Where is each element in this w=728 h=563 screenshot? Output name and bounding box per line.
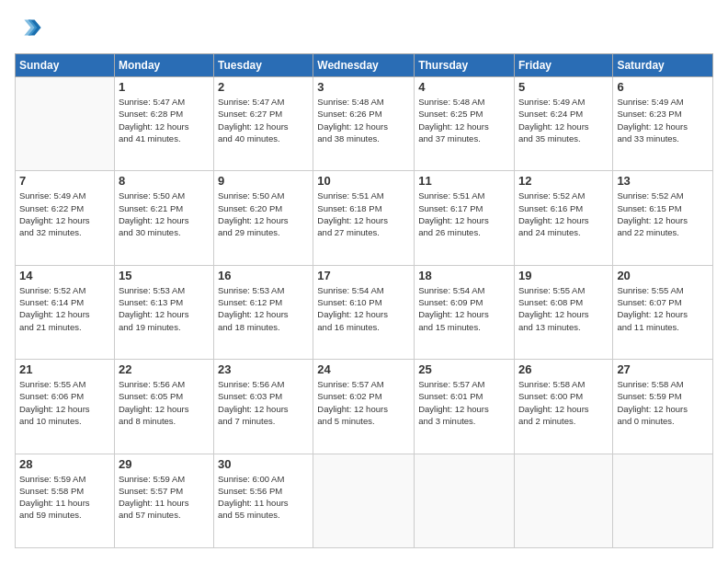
weekday-header-friday: Friday <box>514 54 612 77</box>
day-cell: 22Sunrise: 5:56 AM Sunset: 6:05 PM Dayli… <box>114 360 213 454</box>
day-cell: 4Sunrise: 5:48 AM Sunset: 6:25 PM Daylig… <box>415 77 515 171</box>
day-number: 27 <box>617 362 709 376</box>
day-info: Sunrise: 5:57 AM Sunset: 6:02 PM Dayligh… <box>317 378 410 427</box>
day-cell: 30Sunrise: 6:00 AM Sunset: 5:56 PM Dayli… <box>214 454 313 547</box>
calendar: SundayMondayTuesdayWednesdayThursdayFrid… <box>15 53 713 548</box>
day-number: 3 <box>317 80 410 94</box>
day-number: 18 <box>418 269 510 282</box>
day-info: Sunrise: 5:52 AM Sunset: 6:15 PM Dayligh… <box>617 190 709 238</box>
day-cell: 3Sunrise: 5:48 AM Sunset: 6:26 PM Daylig… <box>313 77 415 171</box>
day-info: Sunrise: 5:49 AM Sunset: 6:22 PM Dayligh… <box>19 190 110 238</box>
day-number: 4 <box>418 80 510 94</box>
day-number: 24 <box>317 362 410 376</box>
weekday-header-saturday: Saturday <box>613 54 713 77</box>
day-cell: 15Sunrise: 5:53 AM Sunset: 6:13 PM Dayli… <box>114 265 213 359</box>
day-cell <box>514 454 612 547</box>
day-cell: 26Sunrise: 5:58 AM Sunset: 6:00 PM Dayli… <box>514 360 612 454</box>
day-info: Sunrise: 5:53 AM Sunset: 6:12 PM Dayligh… <box>218 284 309 333</box>
day-cell <box>415 454 515 547</box>
weekday-header-thursday: Thursday <box>415 54 515 77</box>
day-cell: 24Sunrise: 5:57 AM Sunset: 6:02 PM Dayli… <box>313 360 415 454</box>
day-cell: 5Sunrise: 5:49 AM Sunset: 6:24 PM Daylig… <box>514 77 612 171</box>
header <box>15 15 713 44</box>
day-info: Sunrise: 5:57 AM Sunset: 6:01 PM Dayligh… <box>418 378 510 427</box>
day-info: Sunrise: 5:51 AM Sunset: 6:17 PM Dayligh… <box>418 190 510 238</box>
week-row-3: 14Sunrise: 5:52 AM Sunset: 6:14 PM Dayli… <box>16 265 713 359</box>
day-cell: 14Sunrise: 5:52 AM Sunset: 6:14 PM Dayli… <box>16 265 115 359</box>
day-info: Sunrise: 5:54 AM Sunset: 6:10 PM Dayligh… <box>317 284 410 333</box>
day-info: Sunrise: 5:49 AM Sunset: 6:24 PM Dayligh… <box>518 96 609 144</box>
day-cell: 12Sunrise: 5:52 AM Sunset: 6:16 PM Dayli… <box>514 171 612 265</box>
week-row-1: 1Sunrise: 5:47 AM Sunset: 6:28 PM Daylig… <box>16 77 713 171</box>
day-cell: 27Sunrise: 5:58 AM Sunset: 5:59 PM Dayli… <box>613 360 713 454</box>
day-cell: 20Sunrise: 5:55 AM Sunset: 6:07 PM Dayli… <box>613 265 713 359</box>
day-number: 23 <box>218 362 309 376</box>
day-number: 28 <box>19 457 110 471</box>
day-number: 8 <box>119 174 210 188</box>
day-info: Sunrise: 5:52 AM Sunset: 6:14 PM Dayligh… <box>19 284 110 333</box>
day-number: 26 <box>518 362 609 376</box>
day-info: Sunrise: 5:47 AM Sunset: 6:27 PM Dayligh… <box>218 96 309 144</box>
day-cell: 29Sunrise: 5:59 AM Sunset: 5:57 PM Dayli… <box>114 454 213 547</box>
day-cell: 18Sunrise: 5:54 AM Sunset: 6:09 PM Dayli… <box>415 265 515 359</box>
day-cell: 7Sunrise: 5:49 AM Sunset: 6:22 PM Daylig… <box>16 171 115 265</box>
logo-icon <box>17 15 42 40</box>
day-info: Sunrise: 5:53 AM Sunset: 6:13 PM Dayligh… <box>119 284 210 333</box>
day-info: Sunrise: 5:56 AM Sunset: 6:03 PM Dayligh… <box>218 378 309 427</box>
day-number: 11 <box>418 174 510 188</box>
day-number: 12 <box>518 174 609 188</box>
day-cell: 6Sunrise: 5:49 AM Sunset: 6:23 PM Daylig… <box>613 77 713 171</box>
day-cell <box>613 454 713 547</box>
day-number: 19 <box>518 269 609 282</box>
day-number: 5 <box>518 80 609 94</box>
day-info: Sunrise: 5:48 AM Sunset: 6:26 PM Dayligh… <box>317 96 410 144</box>
day-number: 6 <box>617 80 709 94</box>
day-cell: 2Sunrise: 5:47 AM Sunset: 6:27 PM Daylig… <box>214 77 313 171</box>
day-number: 21 <box>19 362 110 376</box>
day-number: 20 <box>617 269 709 282</box>
day-number: 16 <box>218 269 309 282</box>
weekday-header-tuesday: Tuesday <box>214 54 313 77</box>
day-cell: 8Sunrise: 5:50 AM Sunset: 6:21 PM Daylig… <box>114 171 213 265</box>
day-number: 29 <box>119 457 210 471</box>
day-cell: 17Sunrise: 5:54 AM Sunset: 6:10 PM Dayli… <box>313 265 415 359</box>
day-number: 14 <box>19 269 110 282</box>
day-info: Sunrise: 5:59 AM Sunset: 5:58 PM Dayligh… <box>19 473 110 522</box>
day-info: Sunrise: 5:50 AM Sunset: 6:21 PM Dayligh… <box>119 190 210 238</box>
logo <box>15 15 42 44</box>
day-cell: 10Sunrise: 5:51 AM Sunset: 6:18 PM Dayli… <box>313 171 415 265</box>
day-number: 10 <box>317 174 410 188</box>
day-info: Sunrise: 5:47 AM Sunset: 6:28 PM Dayligh… <box>119 96 210 144</box>
day-info: Sunrise: 5:56 AM Sunset: 6:05 PM Dayligh… <box>119 378 210 427</box>
day-cell <box>16 77 115 171</box>
day-cell: 25Sunrise: 5:57 AM Sunset: 6:01 PM Dayli… <box>415 360 515 454</box>
day-info: Sunrise: 5:54 AM Sunset: 6:09 PM Dayligh… <box>418 284 510 333</box>
day-number: 17 <box>317 269 410 282</box>
day-info: Sunrise: 5:59 AM Sunset: 5:57 PM Dayligh… <box>119 473 210 522</box>
day-cell <box>313 454 415 547</box>
day-cell: 19Sunrise: 5:55 AM Sunset: 6:08 PM Dayli… <box>514 265 612 359</box>
day-info: Sunrise: 6:00 AM Sunset: 5:56 PM Dayligh… <box>218 473 309 522</box>
day-info: Sunrise: 5:49 AM Sunset: 6:23 PM Dayligh… <box>617 96 709 144</box>
day-number: 13 <box>617 174 709 188</box>
day-info: Sunrise: 5:58 AM Sunset: 6:00 PM Dayligh… <box>518 378 609 427</box>
week-row-5: 28Sunrise: 5:59 AM Sunset: 5:58 PM Dayli… <box>16 454 713 547</box>
day-cell: 1Sunrise: 5:47 AM Sunset: 6:28 PM Daylig… <box>114 77 213 171</box>
page: SundayMondayTuesdayWednesdayThursdayFrid… <box>0 0 728 563</box>
day-number: 7 <box>19 174 110 188</box>
day-number: 25 <box>418 362 510 376</box>
day-cell: 28Sunrise: 5:59 AM Sunset: 5:58 PM Dayli… <box>16 454 115 547</box>
day-cell: 13Sunrise: 5:52 AM Sunset: 6:15 PM Dayli… <box>613 171 713 265</box>
day-info: Sunrise: 5:55 AM Sunset: 6:07 PM Dayligh… <box>617 284 709 333</box>
week-row-4: 21Sunrise: 5:55 AM Sunset: 6:06 PM Dayli… <box>16 360 713 454</box>
day-cell: 23Sunrise: 5:56 AM Sunset: 6:03 PM Dayli… <box>214 360 313 454</box>
weekday-header-wednesday: Wednesday <box>313 54 415 77</box>
weekday-header-monday: Monday <box>114 54 213 77</box>
day-cell: 9Sunrise: 5:50 AM Sunset: 6:20 PM Daylig… <box>214 171 313 265</box>
day-cell: 21Sunrise: 5:55 AM Sunset: 6:06 PM Dayli… <box>16 360 115 454</box>
day-info: Sunrise: 5:50 AM Sunset: 6:20 PM Dayligh… <box>218 190 309 238</box>
day-info: Sunrise: 5:55 AM Sunset: 6:06 PM Dayligh… <box>19 378 110 427</box>
day-number: 22 <box>119 362 210 376</box>
week-row-2: 7Sunrise: 5:49 AM Sunset: 6:22 PM Daylig… <box>16 171 713 265</box>
day-number: 30 <box>218 457 309 471</box>
